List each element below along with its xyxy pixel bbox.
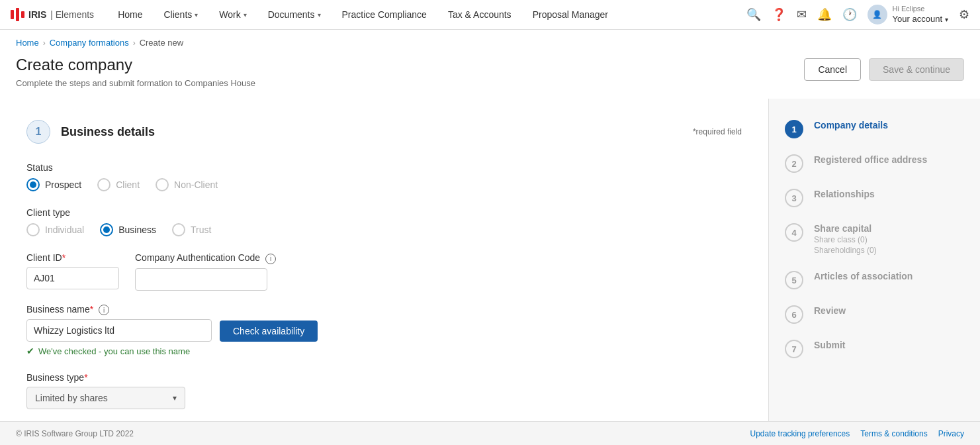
user-account-label: Your account ▾	[893, 14, 948, 25]
user-area[interactable]: 👤 Hi Eclipse Your account ▾	[868, 4, 948, 25]
status-client[interactable]: Client	[97, 178, 140, 191]
business-type-required-star: *	[84, 372, 87, 383]
step-nav-label-6: Review	[814, 305, 846, 316]
step-nav-circle-6: 6	[785, 305, 803, 324]
settings-icon[interactable]: ⚙	[959, 7, 969, 22]
footer-privacy-link[interactable]: Privacy	[938, 429, 964, 438]
brand: IRIS | Elements	[11, 8, 94, 21]
step-nav-info-2: Registered office address	[814, 154, 927, 166]
prospect-radio-outer	[26, 178, 40, 191]
step-nav-info-4: Share capitalShare class (0)Shareholding…	[814, 223, 877, 255]
business-name-section: Business name* i Check availability ✔ We…	[26, 304, 742, 357]
iris-logo	[11, 8, 24, 21]
work-chevron-icon: ▾	[244, 11, 247, 19]
business-name-input[interactable]	[26, 319, 212, 342]
navbar-right: 🔍 ❓ ✉ 🔔 🕐 👤 Hi Eclipse Your account ▾ ⚙	[746, 4, 969, 25]
business-name-label: Business name* i	[26, 304, 742, 316]
required-note: *required field	[693, 127, 742, 136]
step-number-circle: 1	[26, 120, 50, 144]
breadcrumb-current: Create new	[140, 38, 183, 48]
business-name-required-star: *	[90, 304, 93, 315]
header-actions: Cancel Save & continue	[804, 58, 964, 81]
breadcrumb-company-formations[interactable]: Company formations	[50, 38, 129, 48]
client-type-radio-group: Individual Business Trust	[26, 223, 742, 236]
step-nav-info-6: Review	[814, 305, 846, 317]
search-icon[interactable]: 🔍	[746, 7, 761, 22]
nav-work[interactable]: Work ▾	[216, 0, 249, 29]
business-type-select[interactable]: Limited by shares ▾	[26, 387, 185, 409]
breadcrumb-sep-2: ›	[133, 38, 136, 48]
nav-practice-compliance[interactable]: Practice Compliance	[339, 0, 429, 29]
step-nav-sub-4-1: Share class (0)	[814, 235, 877, 244]
auth-code-label: Company Authentication Code i	[135, 252, 276, 264]
availability-text: We've checked - you can use this name	[38, 346, 190, 356]
step-nav-item-1[interactable]: 1Company details	[785, 120, 964, 138]
auth-code-input[interactable]	[135, 268, 267, 291]
type-individual[interactable]: Individual	[26, 223, 84, 236]
page-header-left: Create company Complete the steps and su…	[16, 56, 255, 88]
client-id-auth-row: Client ID* Company Authentication Code i	[26, 252, 742, 291]
availability-check-icon: ✔	[26, 346, 34, 356]
nav-home[interactable]: Home	[115, 0, 145, 29]
elements-text: | Elements	[50, 9, 94, 20]
type-trust[interactable]: Trust	[172, 223, 211, 236]
status-prospect[interactable]: Prospect	[26, 178, 81, 191]
mail-icon[interactable]: ✉	[797, 7, 807, 22]
individual-radio-outer	[26, 223, 40, 236]
step-nav-circle-4: 4	[785, 223, 803, 242]
client-radio-outer	[97, 178, 111, 191]
step-nav-info-7: Submit	[814, 340, 845, 352]
step-nav-info-3: Relationships	[814, 189, 875, 201]
footer-terms-link[interactable]: Terms & conditions	[860, 429, 927, 438]
status-section: Status Prospect Client Non-Client	[26, 162, 742, 191]
business-name-row: Check availability	[26, 319, 742, 342]
breadcrumb-sep-1: ›	[43, 38, 46, 48]
step-nav-label-2: Registered office address	[814, 154, 927, 165]
auth-code-info-icon[interactable]: i	[265, 254, 276, 264]
business-type-value: Limited by shares	[35, 393, 108, 403]
step-nav-info-1: Company details	[814, 120, 888, 132]
nav-clients[interactable]: Clients ▾	[161, 0, 200, 29]
check-availability-button[interactable]: Check availability	[220, 321, 318, 342]
step-nav-item-7: 7Submit	[785, 340, 964, 358]
clock-icon[interactable]: 🕐	[842, 7, 857, 22]
business-label: Business	[118, 224, 156, 235]
step-nav-circle-1: 1	[785, 120, 803, 138]
step-header: 1 Business details *required field	[26, 120, 742, 144]
nav-proposal-manager[interactable]: Proposal Manager	[530, 0, 611, 29]
client-type-label: Client type	[26, 207, 742, 218]
client-id-input[interactable]	[26, 267, 119, 289]
avatar: 👤	[868, 5, 887, 25]
trust-radio-outer	[172, 223, 185, 236]
bell-icon[interactable]: 🔔	[817, 7, 832, 22]
step-nav-label-3: Relationships	[814, 189, 875, 199]
documents-chevron-icon: ▾	[318, 11, 321, 19]
nav-documents[interactable]: Documents ▾	[265, 0, 324, 29]
footer-tracking-link[interactable]: Update tracking preferences	[750, 429, 850, 438]
user-greeting: Hi Eclipse	[893, 4, 948, 13]
step-nav-item-6: 6Review	[785, 305, 964, 324]
type-business[interactable]: Business	[100, 223, 156, 236]
business-radio-outer	[100, 223, 113, 236]
footer-copyright-text: © IRIS Software Group LTD 2022	[16, 429, 134, 438]
user-info: Hi Eclipse Your account ▾	[893, 4, 948, 25]
cancel-button[interactable]: Cancel	[804, 58, 861, 81]
step-nav-circle-3: 3	[785, 189, 803, 207]
step-nav-circle-7: 7	[785, 340, 803, 358]
nav-tax-accounts[interactable]: Tax & Accounts	[445, 0, 514, 29]
step-nav-circle-5: 5	[785, 271, 803, 289]
save-continue-button[interactable]: Save & continue	[869, 58, 964, 81]
page-subtitle: Complete the steps and submit formation …	[16, 78, 255, 88]
status-radio-group: Prospect Client Non-Client	[26, 178, 742, 191]
right-panel: 1Company details2Registered office addre…	[768, 99, 980, 445]
client-id-group: Client ID*	[26, 252, 119, 291]
status-label: Status	[26, 162, 742, 173]
help-icon[interactable]: ❓	[772, 7, 786, 22]
footer-links: Update tracking preferences Terms & cond…	[750, 429, 964, 438]
status-non-client[interactable]: Non-Client	[156, 178, 218, 191]
client-id-label: Client ID*	[26, 252, 119, 263]
step-title: Business details	[61, 125, 155, 139]
breadcrumb-home[interactable]: Home	[16, 38, 39, 48]
business-name-info-icon[interactable]: i	[99, 305, 109, 315]
account-chevron-icon: ▾	[945, 15, 948, 24]
